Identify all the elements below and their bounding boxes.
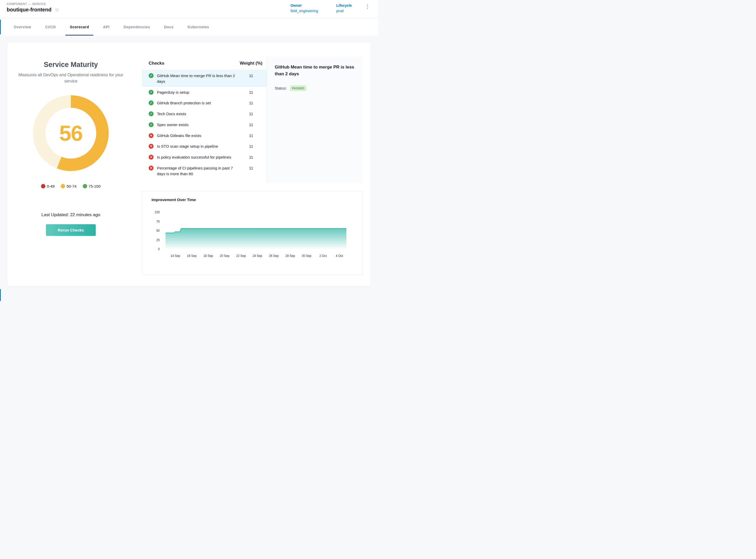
- checks-area: Checks Weight (%) ✓GitHub Mean time to m…: [135, 43, 371, 286]
- rerun-checks-button[interactable]: Rerun Checks: [46, 224, 96, 236]
- weight-column-header: Weight (%): [240, 61, 267, 66]
- tab-scorecard[interactable]: Scorecard: [63, 18, 96, 36]
- checks-table-header: Checks Weight (%): [142, 57, 267, 70]
- status-row: Status: PASSED: [275, 85, 355, 91]
- lifecycle-block: Lifecycle prod: [336, 3, 352, 13]
- check-row[interactable]: ✕GitHub Gitleaks file exists11: [142, 130, 267, 141]
- checks-detail-row: Checks Weight (%) ✓GitHub Mean time to m…: [142, 57, 363, 183]
- legend-label: 50-74: [66, 184, 76, 188]
- check-row[interactable]: ✓GitHub Branch protection is set11: [142, 97, 267, 109]
- check-weight: 11: [240, 143, 267, 149]
- check-label: Percentage of CI pipelines passing in pa…: [157, 165, 240, 177]
- improvement-over-time-chart: 025507510014 Sep16 Sep18 Sep20 Sep22 Sep…: [149, 205, 356, 267]
- check-row[interactable]: ✕Is STO scan stage setup in pipeline11: [142, 141, 267, 152]
- check-pass-icon: ✓: [148, 73, 154, 78]
- tab-bar: OverviewCI/CDScorecardAPIDependenciesDoc…: [0, 18, 378, 36]
- score-donut-chart: 56: [33, 95, 109, 171]
- tab-kubernetes[interactable]: Kubernetes: [181, 18, 216, 36]
- score-donut-center: 56: [45, 108, 96, 159]
- svg-text:2 Oct: 2 Oct: [319, 254, 327, 258]
- tab-docs[interactable]: Docs: [157, 18, 181, 36]
- check-pass-icon: ✓: [148, 111, 154, 116]
- page-title: boutique-frontend: [7, 7, 51, 13]
- check-weight: 11: [240, 90, 267, 95]
- check-label: Is STO scan stage setup in pipeline: [157, 143, 240, 149]
- check-weight: 11: [240, 122, 267, 128]
- check-label: GitHub Mean time to merge PR is less tha…: [157, 73, 240, 84]
- svg-text:100: 100: [155, 210, 160, 214]
- scorecard-subtitle: Measures all DevOps and Operational read…: [15, 72, 127, 84]
- legend-item: 50-74: [61, 184, 76, 188]
- svg-text:24 Sep: 24 Sep: [252, 254, 262, 258]
- score-value: 56: [59, 121, 82, 146]
- svg-text:50: 50: [156, 229, 160, 233]
- check-weight: 11: [240, 100, 267, 106]
- lifecycle-label: Lifecycle: [336, 3, 352, 7]
- check-row[interactable]: ✓Tech Docs exists11: [142, 109, 267, 119]
- check-weight: 11: [240, 154, 267, 160]
- svg-text:4 Oct: 4 Oct: [336, 254, 343, 258]
- app-root: COMPONENT — SERVICE boutique-frontend ☆ …: [0, 0, 378, 301]
- check-label: Pagerduty is setup: [157, 90, 240, 95]
- check-weight: 11: [240, 165, 267, 171]
- check-row[interactable]: ✕Is policy evaluation successful for pip…: [142, 152, 267, 163]
- tab-ci-cd[interactable]: CI/CD: [38, 18, 63, 36]
- breadcrumb: COMPONENT — SERVICE: [7, 2, 60, 5]
- check-label: GitHub Branch protection is set: [157, 100, 240, 106]
- check-label: Is policy evaluation successful for pipe…: [157, 154, 240, 160]
- page-header: COMPONENT — SERVICE boutique-frontend ☆ …: [0, 0, 378, 18]
- check-weight: 11: [240, 73, 267, 79]
- svg-text:22 Sep: 22 Sep: [236, 254, 246, 258]
- owner-link[interactable]: field_engineering: [290, 9, 318, 13]
- check-row[interactable]: ✓GitHub Mean time to merge PR is less th…: [142, 70, 267, 87]
- check-row[interactable]: ✓Spec owner exists11: [142, 119, 267, 130]
- score-legend: 0-4950-7475-100: [15, 184, 127, 188]
- check-fail-icon: ✕: [148, 155, 154, 160]
- improvement-chart-panel: Improvement Over Time 025507510014 Sep16…: [142, 191, 363, 275]
- tab-dependencies[interactable]: Dependencies: [116, 18, 157, 36]
- status-label: Status:: [275, 86, 287, 90]
- checks-panel: Checks Weight (%) ✓GitHub Mean time to m…: [142, 57, 267, 183]
- scorecard-title: Service Maturity: [15, 61, 127, 69]
- check-detail-panel: GitHub Mean time to merge PR is less tha…: [267, 57, 363, 183]
- check-pass-icon: ✓: [148, 90, 154, 95]
- svg-text:28 Sep: 28 Sep: [285, 254, 295, 258]
- legend-label: 0-49: [47, 184, 54, 188]
- lifecycle-value: prod: [336, 9, 352, 13]
- check-label: GitHub Gitleaks file exists: [157, 133, 240, 139]
- entity-heading: COMPONENT — SERVICE boutique-frontend ☆: [7, 2, 60, 13]
- score-summary-panel: Service Maturity Measures all DevOps and…: [7, 43, 135, 286]
- check-detail-title: GitHub Mean time to merge PR is less tha…: [275, 64, 355, 77]
- legend-label: 75-100: [89, 184, 101, 188]
- legend-item: 75-100: [83, 184, 101, 188]
- tab-overview[interactable]: Overview: [7, 18, 38, 36]
- check-pass-icon: ✓: [148, 122, 154, 127]
- owner-block: Owner field_engineering: [290, 3, 318, 13]
- check-weight: 11: [240, 133, 267, 139]
- check-row[interactable]: ✕Percentage of CI pipelines passing in p…: [142, 163, 267, 179]
- entity-meta: Owner field_engineering Lifecycle prod ⋮: [290, 2, 371, 13]
- last-updated-text: Last Updated: 22 minutes ago: [15, 212, 127, 218]
- svg-text:20 Sep: 20 Sep: [220, 254, 229, 258]
- checks-list: ✓GitHub Mean time to merge PR is less th…: [142, 70, 267, 179]
- main-content: Service Maturity Measures all DevOps and…: [0, 36, 378, 301]
- check-fail-icon: ✕: [148, 165, 154, 171]
- svg-text:25: 25: [156, 238, 160, 242]
- check-fail-icon: ✕: [148, 133, 154, 138]
- owner-label: Owner: [290, 3, 318, 7]
- bottom-edge-accent: [0, 289, 1, 301]
- svg-text:26 Sep: 26 Sep: [269, 254, 279, 258]
- legend-dot-icon: [61, 184, 65, 188]
- status-badge: PASSED: [290, 85, 306, 91]
- legend-item: 0-49: [41, 184, 54, 188]
- tab-api[interactable]: API: [96, 18, 116, 36]
- more-options-icon[interactable]: ⋮: [364, 3, 371, 9]
- check-fail-icon: ✕: [148, 144, 154, 149]
- check-pass-icon: ✓: [148, 100, 154, 105]
- check-row[interactable]: ✓Pagerduty is setup11: [142, 87, 267, 98]
- check-weight: 11: [240, 111, 267, 117]
- scorecard-card: Service Maturity Measures all DevOps and…: [7, 42, 371, 287]
- favorite-star-icon[interactable]: ☆: [54, 7, 60, 13]
- check-label: Tech Docs exists: [157, 111, 240, 117]
- svg-text:14 Sep: 14 Sep: [170, 254, 180, 258]
